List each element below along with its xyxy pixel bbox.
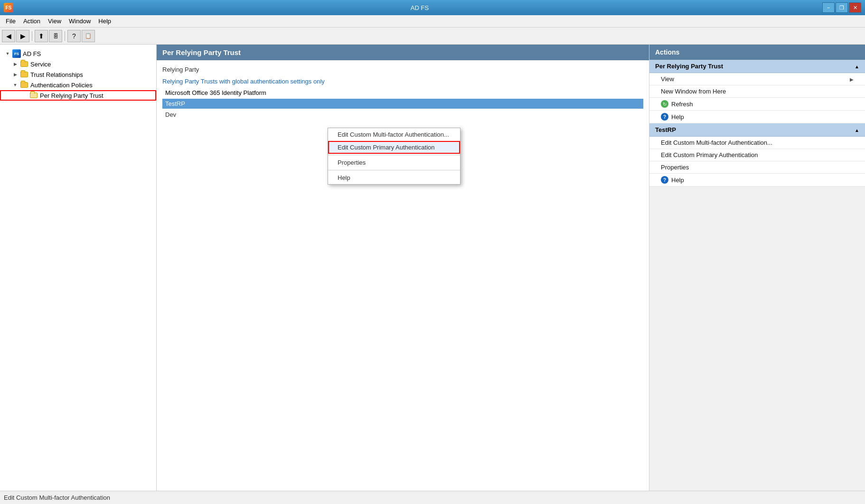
toolbar: ◀ ▶ ⬆ 🗄 ? 📋	[0, 28, 865, 45]
help-icon-perrp: ?	[661, 113, 668, 121]
status-bar: Edit Custom Multi-factor Authentication	[0, 491, 865, 504]
action-section-perrp-collapse[interactable]	[855, 63, 859, 70]
adfs-root-icon: FS	[12, 50, 21, 57]
refresh-icon: ↻	[661, 100, 668, 108]
perrp-folder-icon	[29, 92, 38, 99]
context-menu-separator	[328, 155, 460, 155]
tree-auth-label: Authentication Policies	[30, 82, 93, 89]
export-button[interactable]: 📋	[82, 30, 95, 42]
action-section-testrp: TestRP Edit Custom Multi-factor Authenti…	[649, 123, 865, 187]
action-new-window-label: New Window from Here	[661, 88, 726, 95]
title-bar: FS AD FS − ❐ ✕	[0, 0, 865, 15]
action-help-perrp-label: Help	[671, 113, 684, 121]
action-section-testrp-title: TestRP	[655, 126, 676, 133]
action-view-arrow	[850, 75, 854, 83]
rp-global-link[interactable]: Relying Party Trusts with global authent…	[162, 78, 643, 85]
context-menu: Edit Custom Multi-factor Authentication.…	[328, 128, 461, 185]
action-edit-primary-auth[interactable]: Edit Custom Primary Authentication	[649, 149, 865, 161]
center-header-title: Per Relying Party Trust	[162, 48, 241, 56]
action-section-testrp-collapse[interactable]	[855, 127, 859, 133]
center-content: Relying Party Relying Party Trusts with …	[157, 60, 649, 123]
right-panel: Actions Per Relying Party Trust View New…	[649, 45, 865, 491]
back-button[interactable]: ◀	[2, 30, 15, 42]
action-help-testrp-label: Help	[671, 177, 684, 184]
action-edit-primary-auth-label: Edit Custom Primary Authentication	[661, 151, 758, 159]
actions-title: Actions	[655, 48, 679, 56]
action-help-testrp[interactable]: ? Help	[649, 174, 865, 187]
rp-item-testrp-label: TestRP	[165, 100, 185, 107]
rp-item-dev-label: Dev	[165, 111, 176, 118]
tree-item-trust-relationships[interactable]: ▶ Trust Relationships	[0, 69, 156, 80]
app-icon: FS	[4, 3, 13, 12]
window-title: AD FS	[17, 4, 822, 11]
tree-item-auth-policies[interactable]: ▼ Authentication Policies	[0, 80, 156, 90]
action-edit-multifactor-label: Edit Custom Multi-factor Authentication.…	[661, 139, 772, 146]
action-section-testrp-header[interactable]: TestRP	[649, 123, 865, 137]
rp-section-label: Relying Party	[162, 66, 199, 73]
menu-window[interactable]: Window	[65, 16, 94, 26]
menu-view[interactable]: View	[44, 16, 65, 26]
minimize-button[interactable]: −	[822, 2, 835, 13]
left-panel: ▼ FS AD FS ▶ Service ▶ Trust Relationshi…	[0, 45, 157, 491]
tree-root-label: AD FS	[23, 50, 41, 57]
menu-help[interactable]: Help	[94, 16, 115, 26]
context-menu-primary-label: Edit Custom Primary Authentication	[338, 144, 434, 151]
menu-action[interactable]: Action	[19, 16, 44, 26]
action-new-window[interactable]: New Window from Here	[649, 85, 865, 98]
tree-root-adfs[interactable]: ▼ FS AD FS	[0, 48, 156, 59]
action-section-perrp-header[interactable]: Per Relying Party Trust	[649, 60, 865, 73]
action-section-perrp-title: Per Relying Party Trust	[655, 63, 723, 70]
action-refresh-label: Refresh	[671, 101, 693, 108]
context-menu-item-multifactor[interactable]: Edit Custom Multi-factor Authentication.…	[328, 128, 460, 141]
context-menu-item-help[interactable]: Help	[328, 171, 460, 184]
help-toolbar-button[interactable]: ?	[67, 30, 81, 42]
rp-section-header: Relying Party	[162, 64, 643, 75]
window-controls: − ❐ ✕	[822, 2, 861, 13]
tree-expand-perrp	[21, 92, 28, 99]
action-section-perrp: Per Relying Party Trust View New Window …	[649, 60, 865, 123]
context-menu-properties-label: Properties	[338, 159, 366, 166]
context-menu-help-label: Help	[338, 174, 350, 181]
context-menu-item-properties[interactable]: Properties	[328, 156, 460, 169]
context-menu-item-primary-auth[interactable]: Edit Custom Primary Authentication	[328, 141, 460, 154]
tree-expand-trust[interactable]: ▶	[11, 71, 19, 78]
tree-perrp-label: Per Relying Party Trust	[40, 92, 103, 99]
center-panel-header: Per Relying Party Trust	[157, 45, 649, 60]
toolbar-separator-1	[32, 31, 32, 41]
action-help-perrp[interactable]: ? Help	[649, 111, 865, 123]
action-view-label: View	[661, 75, 674, 83]
tree-expand-auth[interactable]: ▼	[11, 81, 19, 89]
trust-folder-icon	[20, 71, 28, 78]
status-text: Edit Custom Multi-factor Authentication	[4, 494, 110, 501]
rp-item-office365[interactable]: Microsoft Office 365 Identity Platform	[162, 88, 643, 98]
center-panel: Per Relying Party Trust Relying Party Re…	[157, 45, 649, 491]
main-container: ▼ FS AD FS ▶ Service ▶ Trust Relationshi…	[0, 45, 865, 491]
service-folder-icon	[20, 60, 28, 68]
rp-item-dev[interactable]: Dev	[162, 110, 643, 120]
tree-service-label: Service	[30, 61, 51, 68]
close-button[interactable]: ✕	[849, 2, 861, 13]
show-hide-button[interactable]: 🗄	[49, 30, 62, 42]
up-button[interactable]: ⬆	[35, 30, 48, 42]
rp-item-office365-label: Microsoft Office 365 Identity Platform	[165, 89, 266, 96]
context-menu-multifactor-label: Edit Custom Multi-factor Authentication.…	[338, 131, 449, 138]
menu-file[interactable]: File	[2, 16, 19, 26]
forward-button[interactable]: ▶	[16, 30, 29, 42]
tree-item-service[interactable]: ▶ Service	[0, 59, 156, 69]
action-edit-multifactor[interactable]: Edit Custom Multi-factor Authentication.…	[649, 137, 865, 149]
auth-folder-icon	[20, 81, 28, 89]
action-properties-label: Properties	[661, 164, 689, 171]
actions-header: Actions	[649, 45, 865, 60]
context-menu-separator-2	[328, 170, 460, 170]
tree-item-per-rp-trust[interactable]: Per Relying Party Trust	[0, 90, 156, 101]
tree-trust-label: Trust Relationships	[30, 71, 83, 78]
toolbar-separator-2	[65, 31, 65, 41]
rp-item-testrp[interactable]: TestRP	[162, 99, 643, 109]
action-properties[interactable]: Properties	[649, 161, 865, 174]
action-refresh[interactable]: ↻ Refresh	[649, 98, 865, 111]
action-view[interactable]: View	[649, 73, 865, 85]
tree-expand-service[interactable]: ▶	[11, 60, 19, 68]
restore-button[interactable]: ❐	[836, 2, 848, 13]
tree-expand-adfs[interactable]: ▼	[4, 50, 11, 57]
help-icon-testrp: ?	[661, 176, 668, 184]
